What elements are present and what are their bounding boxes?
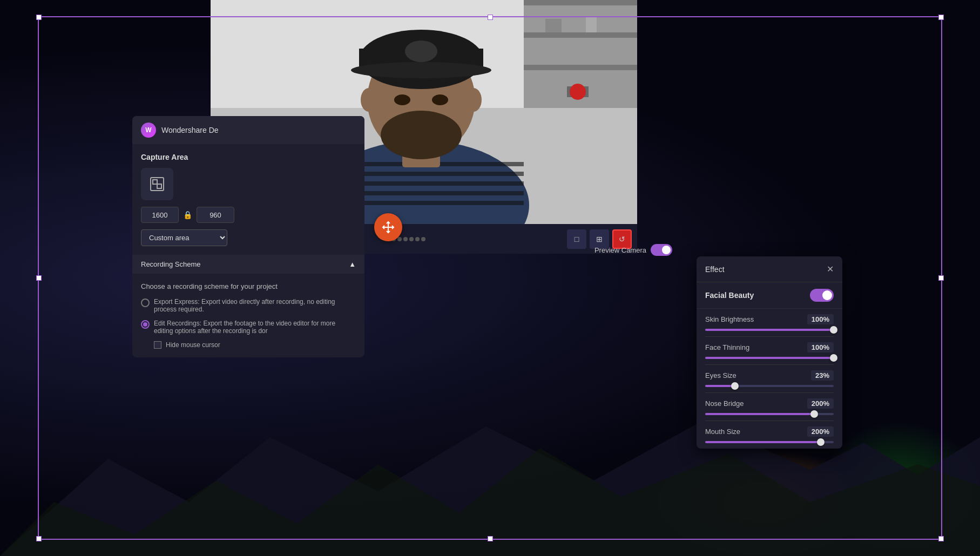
effect-close-button[interactable]: ✕ — [827, 264, 834, 274]
slider-thumb-4[interactable] — [817, 438, 824, 446]
effect-value-0: 100% — [807, 314, 834, 324]
svg-rect-33 — [157, 184, 161, 188]
dot-s2 — [397, 237, 402, 241]
capture-area-section: Capture Area 🔒 Custom area — [132, 144, 364, 255]
recording-scheme-header[interactable]: Recording Scheme ▲ — [132, 255, 364, 274]
effect-row-skin-brightness: Skin Brightness 100% — [697, 309, 842, 336]
effect-value-1: 100% — [807, 342, 834, 352]
svg-rect-32 — [153, 180, 157, 184]
svg-point-24 — [361, 88, 377, 112]
svg-point-30 — [570, 84, 586, 100]
slider-fill-4 — [705, 441, 821, 443]
hide-cursor-label: Hide mouse cursor — [166, 341, 220, 349]
sliders-container: Skin Brightness 100% Face Thinning 100% … — [697, 309, 842, 449]
effect-value-4: 200% — [807, 426, 834, 437]
preview-camera-toggle[interactable] — [651, 244, 672, 256]
toolbar-btn-1[interactable]: □ — [567, 229, 586, 249]
svg-rect-6 — [524, 65, 637, 70]
svg-point-18 — [351, 62, 491, 78]
svg-point-20 — [394, 94, 410, 105]
height-input[interactable] — [197, 207, 234, 223]
app-title: Wondershare De — [161, 126, 219, 134]
move-drag-button[interactable] — [374, 213, 402, 241]
radio-option1[interactable] — [141, 299, 150, 307]
slider-track-3[interactable] — [705, 413, 834, 415]
effect-row-face-thinning: Face Thinning 100% — [697, 337, 842, 364]
scheme-option2-label: Edit Recordings: Export the footage to t… — [154, 320, 356, 335]
svg-rect-26 — [545, 19, 562, 32]
lock-icon: 🔒 — [183, 211, 192, 219]
effect-row-nose-bridge: Nose Bridge 200% — [697, 393, 842, 421]
slider-track-0[interactable] — [705, 329, 834, 331]
scheme-option-1[interactable]: Export Express: Export video directly af… — [141, 298, 356, 313]
slider-fill-2 — [705, 385, 735, 387]
svg-point-19 — [405, 40, 437, 62]
slider-track-4[interactable] — [705, 441, 834, 443]
slider-track-2[interactable] — [705, 385, 834, 387]
svg-rect-5 — [524, 32, 637, 38]
effect-label-2: Eyes Size — [705, 371, 736, 379]
svg-rect-28 — [586, 16, 597, 32]
svg-rect-4 — [524, 0, 637, 5]
effect-label-1: Face Thinning — [705, 343, 749, 351]
effect-value-3: 200% — [807, 398, 834, 409]
radio-option2[interactable] — [141, 320, 150, 329]
effect-title: Effect — [705, 265, 725, 274]
effect-panel: Effect ✕ Facial Beauty Skin Brightness 1… — [697, 256, 842, 449]
slider-fill-3 — [705, 413, 814, 415]
dot-s6 — [421, 237, 425, 241]
capture-area-icon-btn[interactable] — [141, 168, 173, 200]
checkbox-row: Hide mouse cursor — [154, 341, 356, 349]
facial-beauty-row: Facial Beauty — [697, 282, 842, 309]
hide-cursor-checkbox[interactable] — [154, 341, 161, 349]
recording-scheme-chevron: ▲ — [349, 260, 356, 268]
effect-row-eyes-size: Eyes Size 23% — [697, 365, 842, 392]
effect-label-3: Nose Bridge — [705, 399, 744, 408]
slider-thumb-2[interactable] — [731, 382, 739, 390]
slider-fill-1 — [705, 357, 834, 359]
capture-area-label: Capture Area — [141, 153, 356, 161]
effect-row-header-0: Skin Brightness 100% — [705, 314, 834, 324]
dot-s4 — [409, 237, 414, 241]
effect-row-header-2: Eyes Size 23% — [705, 370, 834, 381]
slider-fill-0 — [705, 329, 834, 331]
scheme-body: Choose a recording scheme for your proje… — [132, 274, 364, 357]
dot-s5 — [415, 237, 420, 241]
effect-row-header-3: Nose Bridge 200% — [705, 398, 834, 409]
svg-point-25 — [465, 88, 482, 112]
effect-row-mouth-size: Mouth Size 200% — [697, 421, 842, 449]
effect-header: Effect ✕ — [697, 256, 842, 282]
wondershare-logo: W — [141, 123, 156, 138]
effect-row-header-4: Mouth Size 200% — [705, 426, 834, 437]
dot-s3 — [403, 237, 408, 241]
preview-toggle-area: Preview Camera — [594, 244, 672, 256]
effect-label-0: Skin Brightness — [705, 315, 754, 323]
toolbar-dots2 — [391, 237, 564, 241]
width-input[interactable] — [141, 207, 179, 223]
slider-thumb-1[interactable] — [830, 354, 837, 362]
svg-rect-27 — [567, 22, 580, 32]
dimensions-row: 🔒 — [141, 207, 356, 223]
panel-header: W Wondershare De — [132, 116, 364, 144]
svg-point-23 — [381, 111, 462, 159]
preview-camera-label: Preview Camera — [594, 246, 646, 254]
slider-thumb-3[interactable] — [810, 410, 818, 418]
facial-beauty-label: Facial Beauty — [705, 291, 754, 300]
slider-thumb-0[interactable] — [830, 326, 837, 334]
recording-scheme-label: Recording Scheme — [141, 260, 201, 268]
radio-inner — [143, 322, 147, 327]
effect-value-2: 23% — [811, 370, 834, 381]
slider-track-1[interactable] — [705, 357, 834, 359]
facial-beauty-toggle[interactable] — [810, 289, 834, 302]
control-panel: W Wondershare De Capture Area 🔒 Custom a… — [132, 116, 364, 357]
area-select[interactable]: Custom area — [141, 229, 227, 246]
scheme-option1-label: Export Express: Export video directly af… — [154, 298, 356, 313]
svg-point-21 — [432, 94, 448, 105]
logo-symbol: W — [145, 126, 151, 134]
effect-label-4: Mouth Size — [705, 428, 740, 436]
scheme-prompt: Choose a recording scheme for your proje… — [141, 282, 356, 290]
scheme-option-2[interactable]: Edit Recordings: Export the footage to t… — [141, 320, 356, 335]
effect-row-header-1: Face Thinning 100% — [705, 342, 834, 352]
